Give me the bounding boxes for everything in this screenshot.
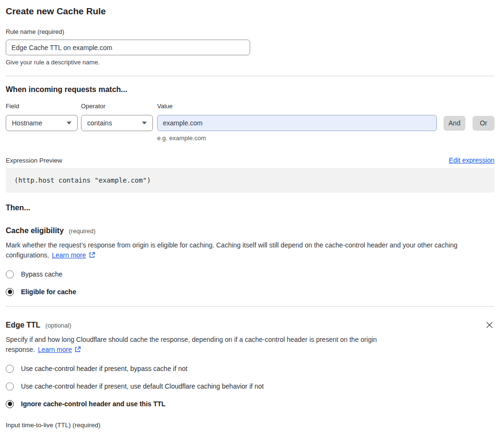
then-heading: Then... — [6, 203, 494, 213]
external-link-icon — [74, 346, 81, 353]
radio-button[interactable] — [6, 382, 14, 391]
match-controls-row: Hostname contains And Or — [6, 115, 494, 131]
cache-eligibility-description: Mark whether the request’s response from… — [6, 240, 494, 260]
value-help: e.g. example.com — [157, 134, 494, 142]
field-select-value: Hostname — [12, 119, 42, 127]
radio-option-ignore-header-use-ttl[interactable]: Ignore cache-control header and use this… — [6, 399, 494, 409]
expression-text: (http.host contains "example.com") — [14, 176, 151, 184]
radio-label: Use cache-control header if present, use… — [21, 381, 264, 391]
match-heading: When incoming requests match... — [6, 85, 494, 94]
or-button[interactable]: Or — [473, 116, 494, 131]
edge-ttl-description: Specify if and how long Cloudflare shoul… — [6, 335, 402, 355]
field-select[interactable]: Hostname — [6, 115, 78, 131]
expression-code-block: (http.host contains "example.com") — [6, 168, 494, 193]
rule-name-label: Rule name (required) — [6, 28, 494, 36]
edge-ttl-heading-row: Edge TTL (optional) — [6, 320, 494, 330]
operator-label: Operator — [81, 103, 157, 110]
external-link-icon — [89, 252, 95, 258]
page-title: Create new Cache Rule — [6, 6, 494, 17]
edit-expression-link[interactable]: Edit expression — [449, 156, 494, 164]
cache-eligibility-heading: Cache eligibility — [6, 226, 64, 235]
rule-name-input[interactable] — [6, 40, 250, 55]
radio-button-selected[interactable] — [6, 400, 14, 408]
chevron-down-icon — [67, 122, 71, 124]
close-icon[interactable] — [484, 320, 494, 330]
radio-label: Use cache-control header if present, byp… — [21, 364, 187, 373]
operator-select[interactable]: contains — [81, 115, 153, 131]
cache-eligibility-heading-row: Cache eligibility (required) — [6, 226, 494, 236]
radio-button-selected[interactable] — [6, 288, 14, 296]
radio-button[interactable] — [6, 365, 14, 373]
radio-label: Eligible for cache — [21, 287, 76, 297]
ttl-label: Input time-to-live (TTL) (required) — [6, 422, 494, 429]
create-cache-rule-form: Create new Cache Rule Rule name (require… — [0, 0, 504, 432]
edge-ttl-qualifier: (optional) — [45, 322, 71, 329]
learn-more-link[interactable]: Learn more — [38, 346, 72, 353]
operator-select-value: contains — [87, 119, 112, 127]
match-column-labels: Field Operator Value — [6, 103, 494, 110]
cache-eligibility-heading-wrap: Cache eligibility (required) — [6, 226, 96, 236]
value-label: Value — [157, 103, 172, 110]
expression-preview-label: Expression Preview — [6, 157, 62, 164]
radio-button[interactable] — [6, 270, 14, 278]
field-label: Field — [6, 103, 81, 110]
value-input[interactable] — [157, 115, 437, 131]
radio-option-use-header-default[interactable]: Use cache-control header if present, use… — [6, 381, 494, 391]
radio-label: Bypass cache — [21, 269, 62, 279]
learn-more-link[interactable]: Learn more — [52, 251, 86, 259]
expression-preview-row: Expression Preview Edit expression — [6, 156, 494, 164]
chevron-down-icon — [142, 122, 147, 124]
section-divider — [6, 306, 494, 307]
cache-eligibility-qualifier: (required) — [69, 227, 95, 235]
edge-ttl-heading: Edge TTL — [6, 321, 40, 329]
radio-option-bypass-cache[interactable]: Bypass cache — [6, 269, 494, 279]
radio-option-eligible-for-cache[interactable]: Eligible for cache — [6, 287, 494, 297]
radio-option-use-header-bypass[interactable]: Use cache-control header if present, byp… — [6, 364, 494, 373]
rule-name-help: Give your rule a descriptive name. — [6, 59, 494, 66]
section-divider — [6, 76, 494, 76]
edge-ttl-heading-wrap: Edge TTL (optional) — [6, 320, 71, 330]
and-button[interactable]: And — [444, 116, 465, 131]
radio-label: Ignore cache-control header and use this… — [21, 399, 165, 409]
